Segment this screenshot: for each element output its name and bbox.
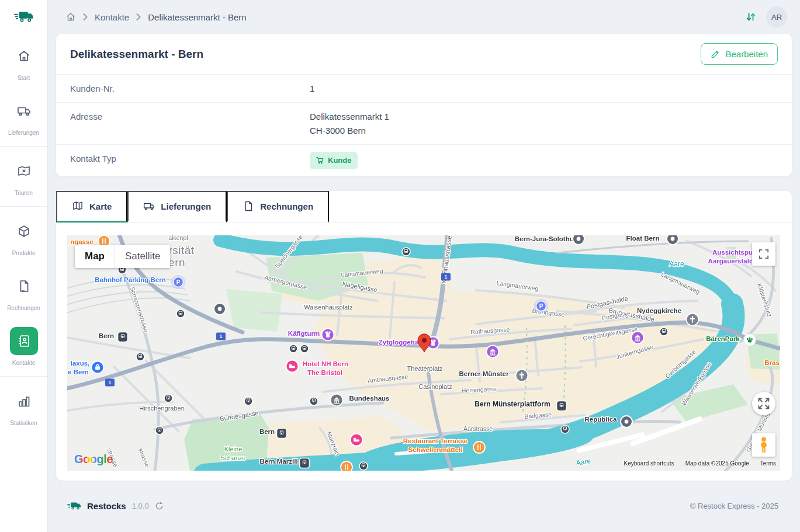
address-line-2: CH-3000 Bern [310, 124, 389, 137]
stationsq-marker[interactable] [300, 458, 310, 468]
tab-rechnungen[interactable]: Rechnungen [227, 191, 329, 222]
sidebar-divider [0, 376, 47, 377]
map-label: Schwellenmätteli [408, 446, 462, 453]
tab-karte[interactable]: Karte [56, 191, 127, 222]
contact-type-badge-label: Kunde [328, 155, 351, 166]
map-label: aikenpl [168, 235, 188, 241]
hotel-marker[interactable] [351, 433, 363, 446]
map-label: Hotel NH Bern [303, 360, 348, 367]
sidebar-item-touren[interactable]: Touren [0, 149, 47, 204]
bigdot-marker[interactable] [214, 303, 226, 315]
tab-label: Karte [89, 201, 112, 211]
transit-marker[interactable] [136, 353, 144, 361]
footer: Restocks 1.0.0 © Restock Express - 2025 [48, 481, 800, 532]
field-label: Kunden-Nr. [70, 82, 310, 95]
google-logo[interactable]: Google [74, 453, 113, 466]
truck-icon [143, 200, 155, 212]
keyboard-shortcuts-link[interactable]: Keyboard shortcuts [624, 460, 674, 467]
sidebar-item-label: Kontakte [12, 360, 35, 366]
tab-label: Rechnungen [260, 201, 313, 211]
map-label: Bern-Jura-Solothurn [515, 235, 580, 242]
route-marker[interactable]: 1 [441, 273, 451, 280]
map-label: Float Bern [626, 235, 660, 242]
truck-logo-icon [67, 501, 81, 512]
sidebar-divider [0, 146, 47, 147]
museum-marker[interactable] [632, 331, 644, 343]
breadcrumb-kontakte[interactable]: Kontakte [95, 12, 129, 22]
route-marker[interactable]: 1 [216, 332, 226, 340]
field-row-kundennr: Kunden-Nr. 1 [56, 74, 792, 102]
route-marker[interactable]: 1 [105, 378, 115, 386]
app-logo[interactable] [0, 0, 47, 34]
parking-marker[interactable]: P [534, 299, 548, 313]
avatar[interactable]: AR [766, 6, 787, 27]
map-label: Bern Marzili [259, 458, 297, 465]
route-map-icon [17, 164, 31, 178]
footer-version: 1.0.0 [132, 502, 149, 510]
bigdot-marker[interactable] [667, 235, 678, 245]
sidebar-item-label: Statistiken [10, 420, 37, 426]
map-label: Bundeshaus [349, 395, 389, 402]
church-marker[interactable] [687, 313, 699, 325]
map-label: Bern [99, 332, 114, 339]
tabbar: Karte Lieferungen Rechnungen [56, 191, 792, 223]
map-type-satellite-button[interactable]: Satellite [115, 245, 170, 268]
bundeshaus-marker[interactable] [331, 394, 343, 406]
sidebar-item-label: Rechnungen [7, 305, 40, 311]
fullscreen-button[interactable] [752, 242, 775, 266]
edit-button[interactable]: Bearbeiten [701, 43, 778, 65]
pegman-button[interactable] [752, 433, 775, 457]
transit-marker[interactable] [176, 310, 185, 318]
sidebar-item-label: Start [18, 75, 30, 81]
map-label: Bern [259, 428, 275, 435]
transit-marker[interactable] [244, 397, 252, 405]
paw-marker[interactable] [744, 333, 756, 346]
map-type-map-button[interactable]: Map [75, 245, 115, 268]
parking-marker[interactable]: P [171, 275, 185, 289]
bigdot-marker[interactable] [621, 416, 632, 427]
map-canvas[interactable]: ngasseaikenplSpeichergasseBern-Jura-Solo… [67, 235, 780, 471]
stationsq-marker[interactable] [277, 428, 287, 438]
breadcrumb-home-icon[interactable] [65, 12, 76, 22]
sort-arrows-icon[interactable] [745, 11, 757, 23]
restaurant-marker[interactable] [341, 461, 352, 471]
sidebar-item-kontakte[interactable]: Kontakte [0, 319, 47, 374]
map-label: BärenPark [706, 335, 740, 342]
pan-control-button[interactable] [752, 392, 775, 415]
transit-marker[interactable] [561, 425, 569, 433]
stationsq-marker[interactable] [118, 332, 128, 342]
stationsq-marker[interactable] [557, 401, 567, 411]
pan-arrows-icon [757, 397, 771, 411]
tab-lieferungen[interactable]: Lieferungen [127, 191, 227, 222]
sidebar-item-start[interactable]: Start [0, 34, 47, 89]
transit-marker[interactable] [660, 328, 668, 336]
transit-marker[interactable] [359, 462, 368, 470]
transit-marker[interactable] [164, 394, 172, 402]
map-label: Nydeggkirche [637, 307, 681, 314]
bigdot-marker[interactable] [573, 235, 584, 245]
church-marker[interactable] [516, 369, 528, 381]
topbar: Kontakte Delikatessenmarkt - Bern AR [48, 0, 800, 34]
transit-marker[interactable] [300, 345, 309, 353]
terms-link[interactable]: Terms [760, 460, 776, 467]
transit-marker[interactable] [155, 426, 164, 434]
svg-text:P: P [176, 279, 181, 286]
restaurant-marker[interactable] [473, 441, 485, 453]
tower-marker[interactable] [322, 328, 334, 340]
sidebar-item-label: Touren [15, 190, 33, 196]
sidebar-item-produkte[interactable]: Produkte [0, 209, 47, 264]
map[interactable]: ngasseaikenplSpeichergasseBern-Jura-Solo… [67, 235, 780, 471]
shopping-marker[interactable] [92, 361, 104, 373]
refresh-button[interactable] [155, 502, 164, 510]
sidebar-item-statistiken[interactable]: Statistiken [0, 379, 47, 434]
sidebar-item-lieferungen[interactable]: Lieferungen [0, 89, 47, 144]
sidebar-divider [0, 206, 47, 207]
transit-marker[interactable] [310, 397, 318, 405]
hotel-marker[interactable] [286, 360, 299, 372]
sidebar-item-rechnungen[interactable]: Rechnungen [0, 264, 47, 319]
transit-marker[interactable] [402, 248, 410, 256]
museum-marker[interactable] [487, 345, 499, 357]
transit-marker[interactable] [289, 345, 297, 353]
chevron-right-icon [83, 13, 88, 20]
map-label: Republica [585, 416, 618, 423]
